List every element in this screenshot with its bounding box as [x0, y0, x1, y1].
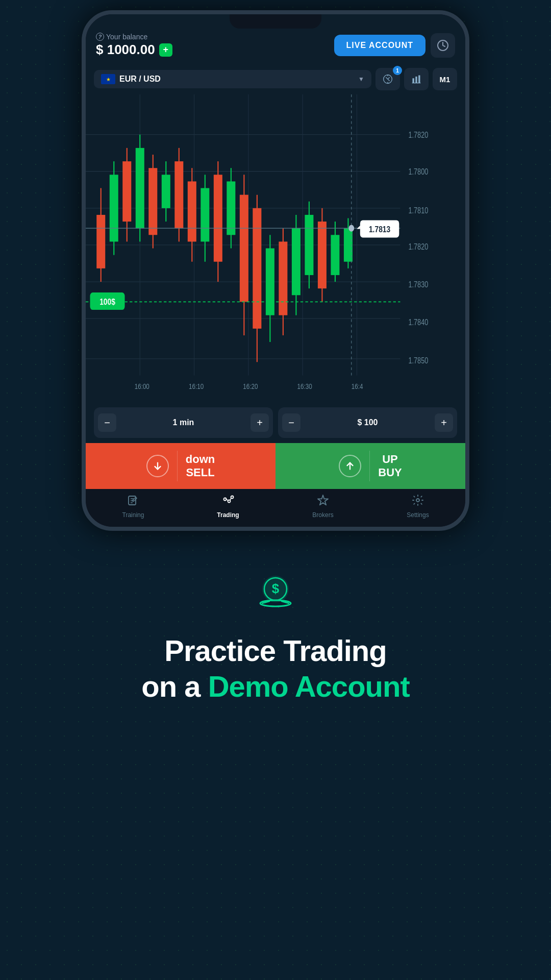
svg-rect-60: [292, 228, 300, 295]
nav-label-trading: Trading: [217, 511, 239, 519]
time-minus-button[interactable]: −: [98, 413, 116, 432]
sell-label: down SELL: [186, 453, 215, 480]
svg-text:1.7830: 1.7830: [408, 280, 428, 289]
chart-area: 1.7820 1.7800 1.7810 1.7820 1.7830 1.784…: [86, 94, 465, 402]
svg-point-88: [224, 498, 227, 501]
chart-bars-icon: [411, 74, 421, 84]
chart-svg: 1.7820 1.7800 1.7810 1.7820 1.7830 1.784…: [86, 94, 465, 402]
svg-rect-8: [418, 76, 420, 83]
svg-text:1.7840: 1.7840: [408, 318, 428, 327]
balance-amount: $ 1000.00 +: [96, 42, 172, 58]
action-buttons: down SELL UP BUY: [86, 443, 465, 489]
live-account-button[interactable]: LIVE ACCOUNT: [334, 35, 425, 56]
svg-point-71: [348, 225, 354, 232]
amount-value: $ 100: [357, 418, 378, 427]
svg-text:1.7820: 1.7820: [408, 242, 428, 252]
clock-button[interactable]: [431, 33, 455, 58]
phone-frame: ? Your balance $ 1000.00 + LIVE ACCOUNT: [82, 10, 469, 531]
svg-rect-52: [240, 195, 248, 302]
eu-flag: ★: [101, 74, 115, 84]
nav-item-training[interactable]: Training: [86, 494, 181, 519]
nav-item-settings[interactable]: Settings: [370, 494, 465, 519]
svg-text:1.7813: 1.7813: [369, 225, 391, 234]
amount-control-group: − $ 100 +: [278, 407, 457, 438]
training-icon: [127, 494, 139, 509]
compass-icon: [383, 74, 393, 84]
svg-text:100$: 100$: [99, 297, 115, 306]
controls-bar: ★ EUR / USD ▼ 1: [86, 64, 465, 94]
flag-icon: ★: [101, 74, 115, 84]
balance-section: ? Your balance $ 1000.00 +: [96, 33, 172, 58]
phone-screen: ? Your balance $ 1000.00 + LIVE ACCOUNT: [86, 14, 465, 527]
svg-rect-36: [136, 148, 144, 228]
currency-selector[interactable]: ★ EUR / USD ▼: [94, 70, 371, 88]
timeframe-button[interactable]: M1: [433, 68, 457, 90]
svg-rect-66: [331, 235, 339, 275]
svg-rect-34: [122, 161, 131, 222]
svg-text:16:4: 16:4: [352, 382, 363, 390]
balance-label-text: Your balance: [106, 33, 147, 41]
svg-rect-30: [96, 215, 105, 268]
svg-line-92: [230, 498, 231, 500]
buy-arrow-icon: [339, 455, 361, 477]
svg-text:★: ★: [106, 77, 111, 82]
svg-text:1.7800: 1.7800: [408, 167, 428, 177]
time-value: 1 min: [173, 418, 194, 427]
sell-arrow-icon: [146, 455, 169, 477]
promo-title-line2: on a Demo Account: [141, 669, 409, 704]
svg-rect-32: [110, 175, 118, 241]
trading-icon: [222, 494, 234, 509]
trade-controls: − 1 min + − $ 100 +: [86, 402, 465, 443]
svg-point-90: [231, 496, 234, 499]
phone-notch: [230, 14, 321, 29]
promo-title-line1: Practice Trading: [141, 633, 409, 669]
svg-rect-40: [162, 175, 170, 208]
sell-button[interactable]: down SELL: [86, 443, 276, 489]
svg-rect-64: [318, 222, 327, 288]
dropdown-arrow-icon: ▼: [358, 76, 364, 83]
nav-label-settings: Settings: [407, 511, 429, 519]
amount-plus-button[interactable]: +: [435, 413, 453, 432]
notification-badge: 1: [393, 66, 402, 75]
svg-rect-46: [201, 188, 209, 242]
svg-point-73: [267, 298, 273, 306]
brokers-icon: [317, 494, 329, 509]
amount-minus-button[interactable]: −: [282, 413, 300, 432]
svg-rect-48: [214, 175, 222, 261]
nav-item-brokers[interactable]: Brokers: [276, 494, 370, 519]
svg-rect-50: [227, 181, 235, 235]
draw-tool-button[interactable]: 1: [375, 68, 400, 90]
svg-rect-54: [253, 208, 261, 329]
svg-text:$: $: [272, 581, 280, 596]
settings-icon: [412, 494, 424, 509]
promo-title: Practice Trading on a Demo Account: [141, 633, 409, 704]
buy-label: UP BUY: [378, 453, 402, 480]
svg-rect-42: [174, 161, 183, 228]
sell-divider: [177, 451, 178, 481]
clock-icon: [437, 39, 449, 52]
svg-rect-7: [415, 77, 417, 83]
bottom-nav: Training Trading: [86, 489, 465, 527]
balance-add-button[interactable]: +: [159, 43, 172, 57]
indicator-tool-button[interactable]: [404, 68, 429, 90]
nav-label-training: Training: [122, 511, 144, 519]
buy-button[interactable]: UP BUY: [276, 443, 465, 489]
svg-text:16:30: 16:30: [297, 382, 312, 390]
buy-divider: [369, 451, 370, 481]
time-plus-button[interactable]: +: [251, 413, 269, 432]
balance-value: $ 1000.00: [96, 42, 155, 58]
svg-rect-44: [188, 181, 196, 241]
svg-point-93: [416, 499, 419, 502]
svg-rect-58: [279, 241, 287, 315]
svg-text:1.7820: 1.7820: [408, 131, 428, 140]
svg-rect-38: [148, 168, 157, 235]
time-control-group: − 1 min +: [94, 407, 273, 438]
promo-icon: $: [255, 572, 296, 612]
nav-item-trading[interactable]: Trading: [181, 494, 276, 519]
top-right-buttons: LIVE ACCOUNT: [334, 33, 455, 58]
svg-text:16:00: 16:00: [135, 382, 149, 390]
nav-label-brokers: Brokers: [312, 511, 333, 519]
svg-rect-6: [413, 78, 414, 83]
svg-rect-62: [305, 215, 313, 275]
promo-section: $ Practice Trading on a Demo Account: [111, 531, 440, 980]
